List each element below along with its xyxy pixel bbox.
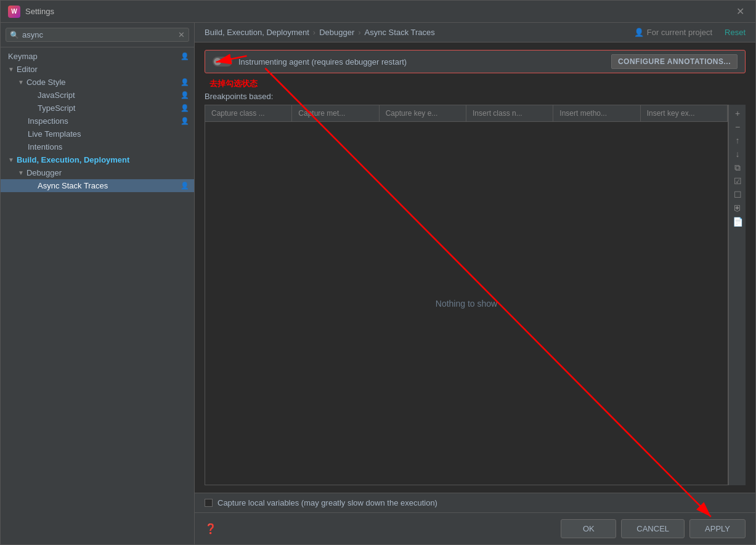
sidebar-item-keymap[interactable]: Keymap 👤 <box>1 50 194 63</box>
sidebar-tree: Keymap 👤 ▼ Editor ▼ Code Style 👤 JavaScr… <box>1 47 194 544</box>
capture-vars: Capture local variables (may greatly slo… <box>205 498 437 507</box>
file-button[interactable]: 📄 <box>731 216 744 228</box>
close-button[interactable]: ✕ <box>733 4 748 18</box>
sidebar-item-typescript[interactable]: TypeScript 👤 <box>1 102 194 115</box>
chevron-icon: ▼ <box>18 79 24 86</box>
agent-label: Instrumenting agent (requires debugger r… <box>238 57 605 67</box>
sidebar-label: TypeScript <box>38 103 181 113</box>
sidebar-item-live-templates[interactable]: Live Templates <box>1 127 194 140</box>
copy-button[interactable]: ⧉ <box>731 161 744 174</box>
table-container: Capture class ... Capture met... Capture… <box>205 105 728 485</box>
breadcrumb-sep-1: › <box>313 28 315 37</box>
breakpoints-label: Breakpoints based: <box>205 92 746 101</box>
configure-annotations-button[interactable]: CONFIGURE ANNOTATIONS... <box>611 54 738 69</box>
agent-toggle[interactable] <box>213 57 232 67</box>
search-input[interactable] <box>22 30 178 39</box>
remove-button[interactable]: − <box>731 121 744 133</box>
sidebar-item-debugger[interactable]: ▼ Debugger <box>1 166 194 179</box>
breadcrumb-sep-2: › <box>358 28 360 37</box>
bottom-bar: Capture local variables (may greatly slo… <box>195 493 755 512</box>
up-button[interactable]: ↑ <box>731 134 744 147</box>
capture-vars-label: Capture local variables (may greatly slo… <box>217 498 437 507</box>
sidebar-label: Async Stack Traces <box>38 181 181 190</box>
breadcrumb-part-2: Debugger <box>319 28 354 37</box>
th-insert-class: Insert class n... <box>466 105 553 121</box>
sidebar-label: Live Templates <box>28 129 189 139</box>
sidebar-item-editor[interactable]: ▼ Editor <box>1 63 194 76</box>
sidebar-item-build-execution-deployment[interactable]: ▼ Build, Execution, Deployment <box>1 153 194 166</box>
table-actions: + − ↑ ↓ ⧉ ☑ ☐ ⛨ 📄 <box>728 105 746 485</box>
settings-window: W Settings ✕ 🔍 ✕ Keymap 👤 ▼ <box>0 0 756 545</box>
table-header: Capture class ... Capture met... Capture… <box>205 105 728 122</box>
apply-button[interactable]: APPLY <box>689 519 746 538</box>
th-capture-class: Capture class ... <box>205 105 292 121</box>
right-panel: Build, Execution, Deployment › Debugger … <box>195 23 755 544</box>
search-bar: 🔍 ✕ <box>1 23 194 47</box>
search-input-wrap[interactable]: 🔍 ✕ <box>6 28 189 42</box>
th-capture-method: Capture met... <box>292 105 379 121</box>
sidebar-label: Keymap <box>8 52 181 61</box>
chevron-icon: ▼ <box>8 156 14 163</box>
cancel-button[interactable]: CANCEL <box>621 519 685 538</box>
chevron-icon: ▼ <box>18 169 24 176</box>
search-icon: 🔍 <box>10 31 19 39</box>
breadcrumb-part-1: Build, Execution, Deployment <box>205 28 309 37</box>
sidebar-label: Editor <box>17 65 189 74</box>
sidebar-item-icon: 👤 <box>181 78 189 86</box>
add-button[interactable]: + <box>731 107 744 119</box>
sidebar-item-javascript[interactable]: JavaScript 👤 <box>1 89 194 102</box>
app-icon: W <box>8 6 20 18</box>
sidebar-item-async-stack-traces[interactable]: Async Stack Traces 👤 <box>1 179 194 192</box>
footer: ❓ OK CANCEL APPLY <box>195 512 755 544</box>
titlebar: W Settings ✕ <box>1 1 755 23</box>
sidebar-label: Code Style <box>26 78 181 87</box>
sidebar-label: Build, Execution, Deployment <box>17 155 189 164</box>
sidebar-item-icon: 👤 <box>181 52 189 60</box>
sidebar-item-icon: 👤 <box>181 117 189 125</box>
sidebar-item-icon: 👤 <box>181 91 189 99</box>
sidebar-item-code-style[interactable]: ▼ Code Style 👤 <box>1 76 194 89</box>
sidebar-item-intentions[interactable]: Intentions <box>1 140 194 153</box>
help-icon[interactable]: ❓ <box>205 523 217 535</box>
table-section: Capture class ... Capture met... Capture… <box>205 105 746 485</box>
check-button[interactable]: ☑ <box>731 175 744 187</box>
sidebar-label: Debugger <box>26 168 189 177</box>
breadcrumb-project: 👤 For current project <box>634 28 712 37</box>
sidebar-label: JavaScript <box>38 91 181 100</box>
agent-box: Instrumenting agent (requires debugger r… <box>205 50 746 73</box>
search-clear-icon[interactable]: ✕ <box>178 30 185 39</box>
sidebar-label: Intentions <box>28 142 189 151</box>
project-label: For current project <box>647 28 712 37</box>
th-insert-method: Insert metho... <box>553 105 640 121</box>
empty-label: Nothing to show <box>436 299 497 309</box>
breadcrumb-current: Async Stack Traces <box>365 28 435 37</box>
sidebar: 🔍 ✕ Keymap 👤 ▼ Editor ▼ Code Style <box>1 23 195 544</box>
capture-vars-checkbox[interactable] <box>205 499 213 507</box>
annotation-container: 去掉勾选状态 <box>205 78 746 89</box>
sidebar-label: Inspections <box>28 116 181 126</box>
sidebar-item-inspections[interactable]: Inspections 👤 <box>1 115 194 127</box>
down-button[interactable]: ↓ <box>731 148 744 160</box>
person-icon: 👤 <box>634 28 644 37</box>
panel-body: Instrumenting agent (requires debugger r… <box>195 42 755 493</box>
annotation-label: 去掉勾选状态 <box>209 79 258 88</box>
th-capture-key: Capture key e... <box>380 105 466 121</box>
shield-button[interactable]: ⛨ <box>731 202 744 214</box>
chevron-icon: ▼ <box>8 66 14 73</box>
table-body: Nothing to show <box>205 122 728 485</box>
toggle-knob <box>214 58 221 65</box>
reset-button[interactable]: Reset <box>725 28 746 37</box>
sidebar-item-icon: 👤 <box>181 182 189 190</box>
ok-button[interactable]: OK <box>561 519 616 538</box>
window-title: Settings <box>25 7 733 16</box>
breadcrumb: Build, Execution, Deployment › Debugger … <box>195 23 755 42</box>
th-insert-key: Insert key ex... <box>641 105 728 121</box>
sidebar-item-icon: 👤 <box>181 104 189 112</box>
uncheck-button[interactable]: ☐ <box>731 188 744 201</box>
